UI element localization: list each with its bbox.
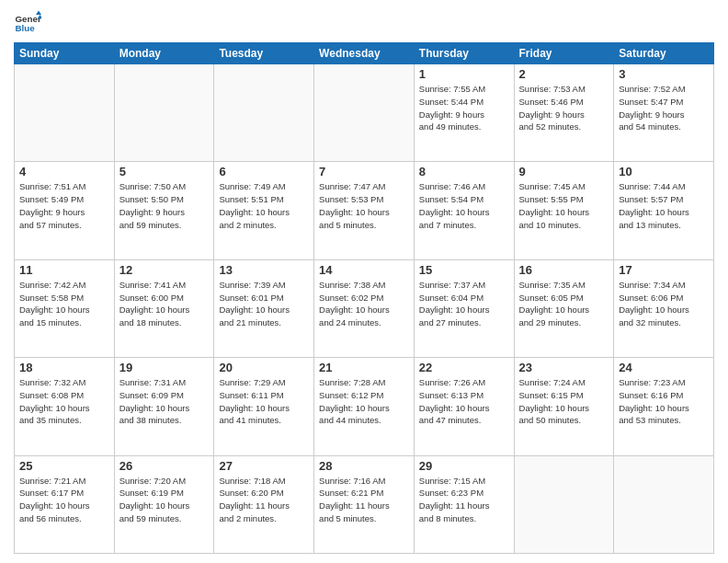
day-number: 26: [119, 459, 210, 473]
calendar-cell: [114, 64, 214, 162]
page: General Blue SundayMondayTuesdayWednesda…: [0, 0, 728, 563]
day-info: Sunrise: 7:44 AMSunset: 5:57 PMDaylight:…: [619, 180, 709, 231]
calendar-cell: [614, 455, 714, 553]
day-number: 10: [619, 165, 709, 178]
calendar-cell: 6Sunrise: 7:49 AMSunset: 5:51 PMDaylight…: [214, 162, 314, 259]
calendar-cell: 10Sunrise: 7:44 AMSunset: 5:57 PMDayligh…: [614, 162, 714, 259]
calendar-cell: 20Sunrise: 7:29 AMSunset: 6:11 PMDayligh…: [214, 358, 314, 455]
day-number: 25: [19, 459, 109, 473]
day-number: 22: [419, 361, 509, 374]
day-number: 17: [619, 263, 709, 277]
day-info: Sunrise: 7:35 AMSunset: 6:05 PMDaylight:…: [519, 279, 609, 329]
day-number: 29: [419, 459, 509, 473]
calendar-cell: 16Sunrise: 7:35 AMSunset: 6:05 PMDayligh…: [514, 259, 614, 357]
day-info: Sunrise: 7:51 AMSunset: 5:49 PMDaylight:…: [19, 180, 109, 231]
calendar-table: SundayMondayTuesdayWednesdayThursdayFrid…: [14, 42, 714, 554]
day-info: Sunrise: 7:28 AMSunset: 6:12 PMDaylight:…: [319, 376, 409, 427]
calendar-cell: 22Sunrise: 7:26 AMSunset: 6:13 PMDayligh…: [414, 358, 514, 455]
week-row-3: 11Sunrise: 7:42 AMSunset: 5:58 PMDayligh…: [15, 259, 714, 357]
day-number: 8: [419, 165, 509, 178]
calendar-cell: 9Sunrise: 7:45 AMSunset: 5:55 PMDaylight…: [514, 162, 614, 259]
day-info: Sunrise: 7:47 AMSunset: 5:53 PMDaylight:…: [319, 180, 409, 231]
day-info: Sunrise: 7:34 AMSunset: 6:06 PMDaylight:…: [619, 279, 709, 329]
day-info: Sunrise: 7:50 AMSunset: 5:50 PMDaylight:…: [119, 180, 210, 231]
calendar-cell: [214, 64, 314, 162]
weekday-header-friday: Friday: [514, 43, 614, 64]
day-number: 14: [319, 263, 409, 277]
day-info: Sunrise: 7:31 AMSunset: 6:09 PMDaylight:…: [119, 376, 210, 427]
svg-text:Blue: Blue: [16, 23, 36, 33]
day-number: 11: [19, 263, 109, 277]
day-number: 1: [419, 67, 509, 81]
day-info: Sunrise: 7:39 AMSunset: 6:01 PMDaylight:…: [219, 279, 309, 329]
weekday-header-sunday: Sunday: [15, 43, 115, 64]
calendar-cell: 25Sunrise: 7:21 AMSunset: 6:17 PMDayligh…: [15, 455, 115, 553]
calendar-cell: 17Sunrise: 7:34 AMSunset: 6:06 PMDayligh…: [614, 259, 714, 357]
weekday-header-row: SundayMondayTuesdayWednesdayThursdayFrid…: [15, 43, 714, 64]
calendar-cell: 29Sunrise: 7:15 AMSunset: 6:23 PMDayligh…: [414, 455, 514, 553]
week-row-2: 4Sunrise: 7:51 AMSunset: 5:49 PMDaylight…: [15, 162, 714, 259]
day-number: 24: [619, 361, 709, 374]
day-number: 5: [119, 165, 210, 178]
day-number: 9: [519, 165, 609, 178]
day-info: Sunrise: 7:53 AMSunset: 5:46 PMDaylight:…: [519, 83, 609, 133]
day-info: Sunrise: 7:29 AMSunset: 6:11 PMDaylight:…: [219, 376, 309, 427]
day-number: 7: [319, 165, 409, 178]
day-info: Sunrise: 7:16 AMSunset: 6:21 PMDaylight:…: [319, 475, 409, 525]
calendar-cell: 24Sunrise: 7:23 AMSunset: 6:16 PMDayligh…: [614, 358, 714, 455]
calendar-cell: 8Sunrise: 7:46 AMSunset: 5:54 PMDaylight…: [414, 162, 514, 259]
calendar-cell: 26Sunrise: 7:20 AMSunset: 6:19 PMDayligh…: [114, 455, 214, 553]
weekday-header-saturday: Saturday: [614, 43, 714, 64]
day-info: Sunrise: 7:41 AMSunset: 6:00 PMDaylight:…: [119, 279, 210, 329]
calendar-cell: 3Sunrise: 7:52 AMSunset: 5:47 PMDaylight…: [614, 64, 714, 162]
day-info: Sunrise: 7:23 AMSunset: 6:16 PMDaylight:…: [619, 376, 709, 427]
calendar-cell: [314, 64, 415, 162]
calendar-cell: 12Sunrise: 7:41 AMSunset: 6:00 PMDayligh…: [114, 259, 214, 357]
week-row-1: 1Sunrise: 7:55 AMSunset: 5:44 PMDaylight…: [15, 64, 714, 162]
calendar-cell: 19Sunrise: 7:31 AMSunset: 6:09 PMDayligh…: [114, 358, 214, 455]
day-info: Sunrise: 7:24 AMSunset: 6:15 PMDaylight:…: [519, 376, 609, 427]
day-info: Sunrise: 7:45 AMSunset: 5:55 PMDaylight:…: [519, 180, 609, 231]
day-number: 4: [19, 165, 109, 178]
svg-marker-2: [36, 11, 41, 16]
day-number: 28: [319, 459, 409, 473]
day-number: 18: [19, 361, 109, 374]
day-number: 27: [219, 459, 309, 473]
calendar-cell: 5Sunrise: 7:50 AMSunset: 5:50 PMDaylight…: [114, 162, 214, 259]
day-info: Sunrise: 7:49 AMSunset: 5:51 PMDaylight:…: [219, 180, 309, 231]
day-info: Sunrise: 7:38 AMSunset: 6:02 PMDaylight:…: [319, 279, 409, 329]
day-number: 23: [519, 361, 609, 374]
day-info: Sunrise: 7:32 AMSunset: 6:08 PMDaylight:…: [19, 376, 109, 427]
day-info: Sunrise: 7:46 AMSunset: 5:54 PMDaylight:…: [419, 180, 509, 231]
day-info: Sunrise: 7:55 AMSunset: 5:44 PMDaylight:…: [419, 83, 509, 133]
week-row-4: 18Sunrise: 7:32 AMSunset: 6:08 PMDayligh…: [15, 358, 714, 455]
calendar-cell: [514, 455, 614, 553]
calendar-cell: 7Sunrise: 7:47 AMSunset: 5:53 PMDaylight…: [314, 162, 415, 259]
day-number: 21: [319, 361, 409, 374]
day-number: 6: [219, 165, 309, 178]
svg-text:General: General: [16, 14, 42, 24]
calendar-cell: 15Sunrise: 7:37 AMSunset: 6:04 PMDayligh…: [414, 259, 514, 357]
weekday-header-wednesday: Wednesday: [314, 43, 415, 64]
weekday-header-tuesday: Tuesday: [214, 43, 314, 64]
day-info: Sunrise: 7:18 AMSunset: 6:20 PMDaylight:…: [219, 475, 309, 525]
weekday-header-thursday: Thursday: [414, 43, 514, 64]
day-number: 3: [619, 67, 709, 81]
day-info: Sunrise: 7:52 AMSunset: 5:47 PMDaylight:…: [619, 83, 709, 133]
day-info: Sunrise: 7:42 AMSunset: 5:58 PMDaylight:…: [19, 279, 109, 329]
day-number: 20: [219, 361, 309, 374]
calendar-cell: 11Sunrise: 7:42 AMSunset: 5:58 PMDayligh…: [15, 259, 115, 357]
calendar-cell: 21Sunrise: 7:28 AMSunset: 6:12 PMDayligh…: [314, 358, 415, 455]
calendar-cell: 14Sunrise: 7:38 AMSunset: 6:02 PMDayligh…: [314, 259, 415, 357]
day-number: 2: [519, 67, 609, 81]
calendar-cell: 2Sunrise: 7:53 AMSunset: 5:46 PMDaylight…: [514, 64, 614, 162]
calendar-cell: 13Sunrise: 7:39 AMSunset: 6:01 PMDayligh…: [214, 259, 314, 357]
logo-icon: General Blue: [14, 9, 41, 37]
day-number: 16: [519, 263, 609, 277]
day-info: Sunrise: 7:21 AMSunset: 6:17 PMDaylight:…: [19, 475, 109, 525]
weekday-header-monday: Monday: [114, 43, 214, 64]
day-info: Sunrise: 7:37 AMSunset: 6:04 PMDaylight:…: [419, 279, 509, 329]
day-info: Sunrise: 7:20 AMSunset: 6:19 PMDaylight:…: [119, 475, 210, 525]
calendar-cell: [15, 64, 115, 162]
day-number: 12: [119, 263, 210, 277]
